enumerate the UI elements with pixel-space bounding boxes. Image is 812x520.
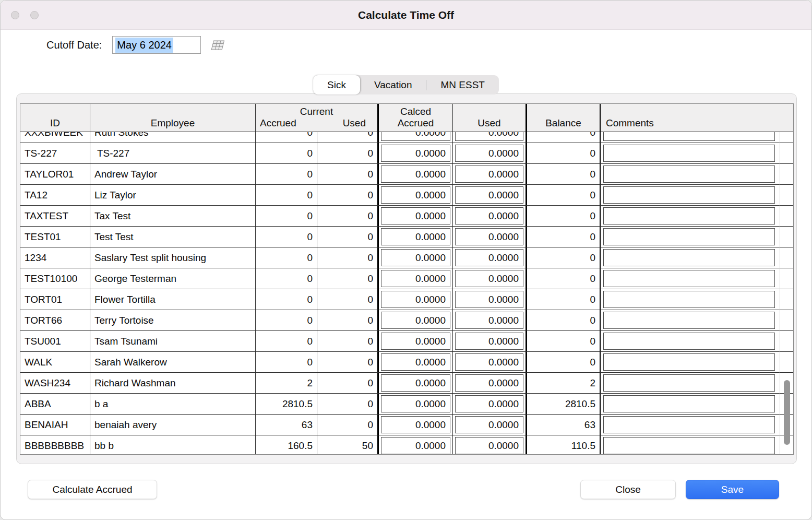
tab-mn-esst[interactable]: MN ESST [426, 75, 498, 94]
cell-calced-used: 0.0000 [453, 435, 527, 454]
cell-calced-accrued: 0.0000 [379, 164, 453, 184]
comment-field[interactable] [603, 145, 775, 162]
vertical-scrollbar[interactable] [780, 132, 793, 454]
table-row: XXXBIWEEK Ruth Stokes 0 0 0.0000 0.0000 … [20, 132, 793, 143]
cell-calced-accrued: 0.0000 [379, 373, 453, 393]
calced-used-field[interactable]: 0.0000 [455, 291, 523, 308]
cell-id: WASH234 [20, 373, 90, 393]
cell-comments [601, 206, 793, 226]
calced-used-field[interactable]: 0.0000 [455, 312, 523, 329]
cell-calced-accrued: 0.0000 [379, 415, 453, 435]
comment-field[interactable] [603, 374, 775, 392]
calced-accrued-field[interactable]: 0.0000 [381, 312, 450, 329]
calced-accrued-field[interactable]: 0.0000 [381, 228, 450, 245]
comment-field[interactable] [603, 270, 775, 287]
column-header-calced-accrued: Calced Accrued [379, 104, 453, 132]
cell-id: TAYLOR01 [20, 164, 90, 184]
cell-id: TA12 [20, 185, 90, 205]
calced-used-field[interactable]: 0.0000 [455, 416, 523, 433]
calced-used-field[interactable]: 0.0000 [455, 353, 523, 371]
calced-accrued-field[interactable]: 0.0000 [381, 416, 450, 433]
cell-current-accrued: 0 [256, 268, 317, 289]
cutoff-date-input[interactable]: May 6 2024 [112, 36, 201, 54]
cell-current-used: 0 [317, 247, 379, 268]
cell-current-used: 0 [317, 132, 379, 143]
calced-accrued-field[interactable]: 0.0000 [381, 249, 450, 266]
calced-used-field[interactable]: 0.0000 [455, 270, 523, 287]
cell-current-used: 0 [317, 164, 379, 184]
comment-field[interactable] [603, 166, 775, 183]
cell-current-accrued: 0 [256, 185, 317, 205]
cell-employee: Liz Taylor [90, 185, 256, 205]
cell-current-used: 0 [317, 206, 379, 226]
cell-employee: Terry Tortoise [90, 310, 256, 330]
comment-field[interactable] [603, 186, 775, 204]
close-window-button[interactable] [11, 11, 19, 19]
calced-used-field[interactable]: 0.0000 [455, 207, 523, 224]
calced-accrued-field[interactable]: 0.0000 [381, 186, 450, 204]
cell-id: TS-227 [20, 143, 90, 163]
calced-used-field[interactable]: 0.0000 [455, 249, 523, 266]
scrollbar-thumb[interactable] [784, 380, 790, 445]
calendar-icon[interactable] [210, 39, 225, 51]
column-header-used: Used [453, 104, 527, 132]
minimize-window-button[interactable] [30, 11, 39, 19]
calced-accrued-field[interactable]: 0.0000 [381, 291, 450, 308]
calculate-accrued-button[interactable]: Calculate Accrued [28, 480, 157, 499]
cell-id: ABBA [20, 394, 90, 414]
calced-used-field[interactable]: 0.0000 [455, 395, 523, 412]
comment-field[interactable] [603, 207, 775, 224]
cell-calced-accrued: 0.0000 [379, 310, 453, 330]
calced-accrued-field[interactable]: 0.0000 [381, 374, 450, 392]
table-row: 1234 Saslary Test split housing 0 0 0.00… [20, 247, 793, 268]
cell-calced-accrued: 0.0000 [379, 132, 453, 143]
cell-id: BENAIAH [20, 415, 90, 435]
calced-accrued-field[interactable]: 0.0000 [381, 353, 450, 371]
comment-field[interactable] [603, 228, 775, 245]
calced-used-field[interactable]: 0.0000 [455, 437, 523, 454]
cell-employee: Flower Tortilla [90, 289, 256, 310]
calced-used-field[interactable]: 0.0000 [455, 186, 523, 204]
comment-field[interactable] [603, 437, 775, 454]
tab-mn-esst-label: MN ESST [440, 79, 484, 91]
calced-used-field[interactable]: 0.0000 [455, 374, 523, 392]
calced-accrued-field[interactable]: 0.0000 [381, 166, 450, 183]
comment-field[interactable] [603, 416, 775, 433]
calced-used-field[interactable]: 0.0000 [455, 166, 523, 183]
calced-accrued-field[interactable]: 0.0000 [381, 207, 450, 224]
calced-accrued-field[interactable]: 0.0000 [381, 132, 450, 141]
calced-used-field[interactable]: 0.0000 [455, 132, 523, 141]
calced-accrued-field[interactable]: 0.0000 [381, 333, 450, 350]
calced-used-field[interactable]: 0.0000 [455, 333, 523, 350]
tab-sick[interactable]: Sick [313, 75, 360, 94]
cell-current-used: 0 [317, 415, 379, 435]
cell-comments [601, 289, 793, 310]
calced-used-field[interactable]: 0.0000 [455, 228, 523, 245]
save-button[interactable]: Save [686, 480, 779, 499]
comment-field[interactable] [603, 249, 775, 266]
cutoff-date-value: May 6 2024 [115, 38, 173, 53]
cell-comments [601, 247, 793, 268]
calced-accrued-field[interactable]: 0.0000 [381, 395, 450, 412]
cell-calced-accrued: 0.0000 [379, 289, 453, 310]
comment-field[interactable] [603, 353, 775, 371]
comment-field[interactable] [603, 333, 775, 350]
cell-comments [601, 435, 793, 454]
comment-field[interactable] [603, 395, 775, 412]
calced-accrued-field[interactable]: 0.0000 [381, 270, 450, 287]
column-header-current-used: Used [343, 117, 366, 129]
cell-employee: Andrew Taylor [90, 164, 256, 184]
comment-field[interactable] [603, 132, 775, 141]
cell-calced-accrued: 0.0000 [379, 352, 453, 372]
cell-balance: 0 [527, 352, 601, 372]
cell-comments [601, 415, 793, 435]
close-button[interactable]: Close [580, 480, 676, 499]
calced-accrued-field[interactable]: 0.0000 [381, 145, 450, 162]
calced-accrued-field[interactable]: 0.0000 [381, 437, 450, 454]
comment-field[interactable] [603, 312, 775, 329]
cell-current-accrued: 0 [256, 352, 317, 372]
calced-used-field[interactable]: 0.0000 [455, 145, 523, 162]
tab-vacation[interactable]: Vacation [360, 75, 426, 94]
comment-field[interactable] [603, 291, 775, 308]
cell-calced-used: 0.0000 [453, 310, 527, 330]
